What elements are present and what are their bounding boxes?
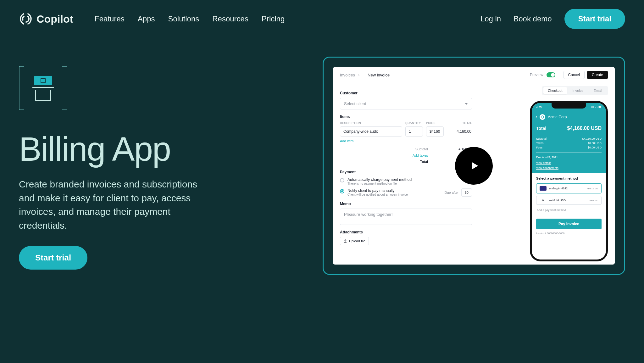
memo-placeholder: Pleasure working together! [344,212,393,217]
due-after-input[interactable]: 30 [461,188,472,197]
upload-file-button[interactable]: Upload file [340,237,369,245]
chevron-down-icon [465,103,468,105]
phone-taxes-value: $0.00 USD [588,142,602,145]
attachments-label: Attachments [340,230,472,234]
payment-method-card-bank[interactable]: 🏛 —48.46 USD Fee: $0 [536,196,602,205]
play-video-button[interactable] [455,147,493,185]
item-row: Company-wide audit 1 $4160 4,160.00 [340,126,472,137]
due-after: Due after 30 [445,188,472,197]
phone-invoice-number: Invoice # 00000000-0000 [536,232,602,235]
svg-rect-1 [591,106,591,108]
tab-invoice[interactable]: Invoice [568,87,588,94]
preview-toggle-label: Preview [530,73,543,77]
payment-label: Payment [340,170,472,174]
item-row-total: 4,160.00 [447,129,472,134]
back-icon[interactable]: ‹ [536,114,537,120]
tablet-frame: Invoices › New invoice Preview Cancel Cr… [323,57,625,275]
phone-total-label: Total [536,126,546,131]
hero-title: Billing App [19,132,220,166]
tablet-screen: Invoices › New invoice Preview Cancel Cr… [333,67,615,265]
phone-view-attachments[interactable]: View attachments [536,165,602,170]
nav-right: Log in Book demo Start trial [480,9,625,29]
payment-opt2-sub: Client will be notified about an open in… [347,193,408,196]
tab-email[interactable]: Email [589,87,607,94]
upload-icon [343,239,347,243]
nav-link-features[interactable]: Features [95,14,125,23]
item-qty-input[interactable]: 1 [405,126,423,137]
hero-icon-frame [19,66,67,110]
add-item-link[interactable]: Add item [340,139,472,143]
customer-placeholder: Select client [344,101,366,106]
pay-invoice-button[interactable]: Pay invoice [536,219,602,229]
svg-point-6 [541,116,544,118]
col-quantity: QUANTITY [405,121,423,125]
payment-option-manual[interactable]: Notify client to pay manually Client wil… [340,188,472,197]
phone-total-value: $4,160.00 USD [567,126,602,131]
phone-fees-value: $0.00 USD [588,146,602,149]
phone-subtotal-label: Subtotal [536,137,547,140]
hero-left: Billing App Create branded invoices and … [19,57,220,270]
preview-toggle[interactable] [547,72,555,77]
tab-checkout[interactable]: Checkout [543,87,567,94]
phone-mockup: 4:55 ‹ Acme Corp. [530,101,608,261]
preview-tabs: Checkout Invoice Email [542,86,608,95]
svg-point-0 [23,16,29,22]
summary-block: Subtotal 4,160.00 Add taxes Total $4160.… [340,146,472,165]
items-label: Items [340,114,472,119]
memo-input[interactable]: Pleasure working together! [340,209,472,225]
nav-link-solutions[interactable]: Solutions [168,14,199,23]
billing-app-icon [32,76,54,101]
brand-logo-mark-icon [19,12,33,26]
nav-start-trial-button[interactable]: Start trial [564,9,625,29]
payment-option-auto[interactable]: Automatically charge payment method Ther… [340,177,472,185]
svg-rect-3 [593,106,594,108]
svg-rect-2 [592,106,592,108]
col-total: TOTAL [447,121,472,125]
select-payment-title: Select a payment method [536,176,602,180]
nav-link-apps[interactable]: Apps [138,14,155,23]
payment-opt2-title: Notify client to pay manually [347,188,408,193]
phone-body: Select a payment method ending in 4242 F… [532,173,606,238]
pm1-fee: Fee: 3.1% [587,187,598,190]
phone-fees-label: Fees [536,146,542,149]
col-description: DESCRIPTION [340,121,402,125]
customer-select[interactable]: Select client [340,98,472,109]
nav-book-demo[interactable]: Book demo [514,14,552,23]
cancel-button[interactable]: Cancel [564,71,585,79]
due-after-label: Due after [445,191,459,194]
phone-view-details[interactable]: View details [536,159,602,165]
bank-icon: 🏛 [540,199,547,202]
customer-label: Customer [340,91,472,95]
nav-links: Features Apps Solutions Resources Pricin… [95,14,285,23]
brand-name: Copilot [36,13,73,25]
create-button[interactable]: Create [587,71,608,79]
visa-card-icon [540,186,547,191]
phone-subtotal-value: $4,160.00 USD [582,137,602,140]
breadcrumb-root[interactable]: Invoices [340,73,355,77]
radio-selected-icon [340,189,344,193]
preview-column: Checkout Invoice Email 4:55 [480,86,608,265]
payment-opt1-sub: There is no payment method on file [347,182,412,185]
phone-due-date: Due April 5, 2021 [536,156,558,159]
brand-logo[interactable]: Copilot [19,12,73,26]
svg-rect-5 [599,106,601,108]
company-name: Acme Corp. [548,115,568,119]
hero-start-trial-button[interactable]: Start trial [19,246,87,270]
add-payment-method[interactable]: Add a payment method [536,207,602,213]
payment-opt1-title: Automatically charge payment method [347,177,412,182]
item-price-input[interactable]: $4160 [426,126,444,137]
phone-total-block: Total $4,160.00 USD Subtotal $4,160.00 U… [532,122,606,173]
nav-link-pricing[interactable]: Pricing [262,14,285,23]
item-description-input[interactable]: Company-wide audit [340,126,402,137]
top-nav: Copilot Features Apps Solutions Resource… [0,0,644,38]
payment-method-card-visa[interactable]: ending in 4242 Fee: 3.1% [536,183,602,193]
add-taxes-link[interactable]: Add taxes [413,154,428,157]
nav-login[interactable]: Log in [480,14,501,23]
memo-label: Memo [340,202,472,206]
subtotal-label: Subtotal [340,147,444,151]
breadcrumb-current: New invoice [368,73,390,77]
radio-icon [340,178,344,182]
nav-link-resources[interactable]: Resources [212,14,248,23]
phone-notch [552,103,586,109]
phone-taxes-label: Taxes [536,142,544,145]
